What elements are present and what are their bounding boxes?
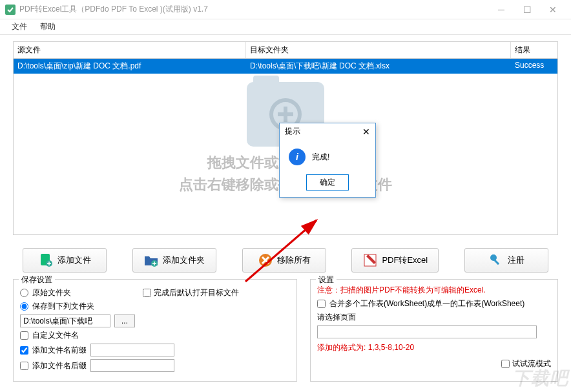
- col-dest[interactable]: 目标文件夹: [246, 42, 511, 58]
- add-folder-button[interactable]: 添加文件夹: [132, 248, 216, 273]
- cell-dest: D:\tools\桌面\下载吧\新建 DOC 文档.xlsx: [246, 59, 511, 74]
- suffix-checkbox[interactable]: [20, 362, 28, 370]
- app-icon: [5, 5, 16, 15]
- browse-button[interactable]: ...: [114, 315, 135, 327]
- original-folder-radio[interactable]: [20, 289, 28, 297]
- folder-add-icon: [143, 253, 159, 268]
- maximize-button[interactable]: ☐: [514, 0, 540, 19]
- test-mode-checkbox[interactable]: [501, 360, 510, 368]
- remove-icon: [258, 253, 273, 268]
- file-add-icon: [38, 253, 54, 268]
- minimize-button[interactable]: ─: [488, 0, 514, 19]
- pdf-convert-icon: [362, 253, 378, 268]
- open-after-checkbox[interactable]: [143, 289, 151, 297]
- remove-all-button[interactable]: 移除所有: [242, 248, 326, 273]
- prefix-checkbox[interactable]: [20, 346, 28, 355]
- alert-dialog: 提示 ✕ i 完成! 确定: [279, 123, 376, 198]
- notice-text: 注意：扫描的图片PDF不能转换为可编辑的Excel.: [317, 285, 551, 296]
- format-hint: 添加的格式为: 1,3,5-8,10-20: [317, 342, 551, 353]
- page-range-input[interactable]: [317, 325, 537, 338]
- menu-help[interactable]: 帮助: [34, 20, 62, 34]
- custom-folder-radio[interactable]: [20, 302, 28, 311]
- custom-name-checkbox[interactable]: [20, 331, 28, 340]
- watermark: 下载吧: [512, 366, 568, 391]
- dialog-close-button[interactable]: ✕: [362, 127, 370, 137]
- col-result[interactable]: 结果: [511, 42, 557, 58]
- window-title: PDF转Excel工具（PDFdo PDF To Excel )(试用版) v1…: [19, 4, 488, 15]
- suffix-input[interactable]: [90, 359, 174, 372]
- save-settings-fieldset: 保存设置 完成后默认打开目标文件 原始文件夹 保存到下列文件夹 ... 自定义文…: [13, 279, 297, 382]
- info-icon: i: [289, 149, 306, 165]
- register-button[interactable]: 注册: [464, 248, 548, 273]
- save-path-input[interactable]: [20, 315, 110, 327]
- cell-result: Success: [511, 59, 557, 74]
- merge-checkbox[interactable]: [317, 300, 326, 308]
- table-row[interactable]: D:\tools\桌面\zip\新建 DOC 文档.pdf D:\tools\桌…: [14, 59, 557, 74]
- dialog-title: 提示: [285, 126, 300, 137]
- key-icon: [488, 253, 504, 268]
- col-source[interactable]: 源文件: [14, 42, 246, 58]
- menu-file[interactable]: 文件: [5, 20, 34, 34]
- cell-source: D:\tools\桌面\zip\新建 DOC 文档.pdf: [14, 59, 246, 74]
- add-file-button[interactable]: 添加文件: [23, 248, 107, 273]
- convert-button[interactable]: PDF转Excel: [351, 248, 439, 273]
- dialog-ok-button[interactable]: 确定: [306, 174, 349, 191]
- svg-rect-0: [5, 5, 16, 15]
- close-button[interactable]: ✕: [540, 0, 566, 19]
- svg-rect-7: [493, 259, 499, 265]
- prefix-input[interactable]: [90, 344, 174, 356]
- dialog-message: 完成!: [312, 152, 329, 163]
